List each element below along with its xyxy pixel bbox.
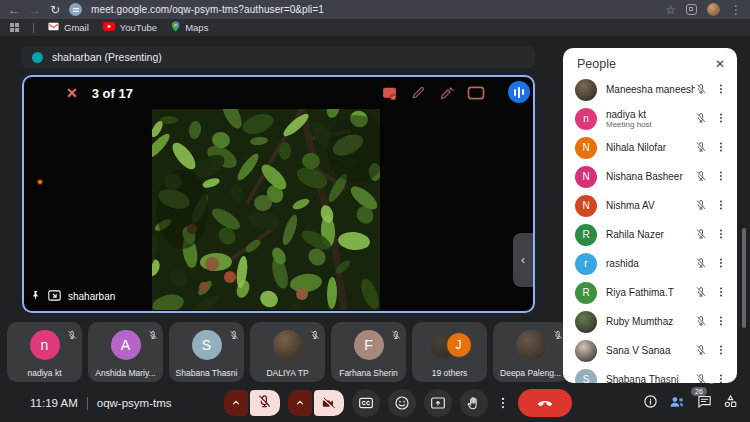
participant-tile[interactable]: nnadiya kt (7, 322, 82, 382)
participant-menu-icon[interactable] (715, 226, 727, 244)
participant-menu-icon[interactable] (715, 197, 727, 215)
raise-hand-button[interactable] (460, 389, 488, 417)
bookmark-youtube[interactable]: YouTube (103, 21, 157, 34)
captions-button[interactable] (352, 389, 380, 417)
participant-row[interactable]: Maneesha maneesha (563, 75, 737, 104)
site-info-icon[interactable] (69, 3, 82, 16)
participant-tile[interactable]: SShabana Thasni (169, 322, 244, 382)
laser-pointer-dot (38, 180, 42, 184)
participant-name: Ruby Mumthaz (606, 316, 695, 327)
participant-name: Nishana Basheer (606, 171, 695, 182)
participant-menu-icon[interactable] (715, 255, 727, 273)
participant-name: rashida (606, 258, 695, 269)
frame-icon[interactable] (467, 85, 485, 101)
participant-name: Deepa Paleng... (493, 368, 568, 378)
browser-profile-avatar[interactable] (707, 3, 720, 16)
presentation-controls: ✕ 3 of 17 (24, 77, 533, 109)
back-icon[interactable]: ← (8, 4, 20, 16)
avatar (273, 330, 303, 360)
forward-icon[interactable]: → (29, 4, 41, 16)
participant-tile[interactable]: DALIYA TP (250, 322, 325, 382)
more-options-button[interactable] (496, 396, 510, 410)
participant-list: Maneesha maneeshannadiya ktMeeting hostN… (563, 75, 737, 383)
camera-options-chevron[interactable] (288, 390, 312, 416)
mic-off-icon (695, 313, 707, 331)
presentation-stage[interactable]: ✕ 3 of 17 shaharban ‹ (22, 75, 535, 313)
participant-row[interactable]: NNishana Basheer (563, 162, 737, 191)
participant-row[interactable]: rrashida (563, 249, 737, 278)
presenting-label: shaharban (Presenting) (52, 51, 162, 63)
participant-row[interactable]: Ruby Mumthaz (563, 307, 737, 336)
avatar: S (192, 330, 222, 360)
close-people-panel-icon[interactable]: ✕ (715, 57, 725, 71)
divider (87, 397, 88, 410)
chevron-left-icon: ‹ (521, 253, 525, 267)
mic-off-button[interactable] (250, 390, 280, 416)
participant-tile[interactable]: Deepa Paleng... (493, 322, 568, 382)
clock-label: 11:19 AM (30, 397, 78, 409)
close-icon[interactable]: ✕ (66, 85, 78, 101)
chat-panel-icon[interactable] (697, 394, 712, 413)
participant-row[interactable]: NNihala Nilofar (563, 133, 737, 162)
participant-menu-icon[interactable] (715, 313, 727, 331)
apps-grid-icon[interactable] (10, 23, 19, 32)
maps-icon (171, 21, 180, 34)
mic-off-icon (695, 371, 707, 384)
participant-row[interactable]: RRahila Nazer (563, 220, 737, 249)
bookmarks-bar: GmailYouTubeMaps (0, 19, 750, 36)
participant-row[interactable]: RRiya Fathima.T (563, 278, 737, 307)
mic-off-icon (310, 326, 320, 344)
participant-tile[interactable]: J19 others (412, 322, 487, 382)
address-bar[interactable]: meet.google.com/oqw-psym-tms?authuser=0&… (91, 4, 324, 15)
people-panel: People ✕ Maneesha maneeshannadiya ktMeet… (563, 48, 737, 383)
bookmark-maps[interactable]: Maps (171, 21, 208, 34)
pen-icon[interactable] (410, 85, 426, 101)
laser-pointer-icon[interactable] (438, 85, 455, 102)
extensions-icon[interactable] (686, 4, 697, 15)
audio-playing-indicator (508, 81, 530, 103)
participant-menu-icon[interactable] (715, 168, 727, 186)
pin-icon[interactable] (30, 287, 41, 305)
people-panel-icon[interactable]: 26 (669, 394, 686, 413)
activities-icon[interactable] (723, 394, 738, 413)
participant-row[interactable]: NNishma AV (563, 191, 737, 220)
mic-off-icon (148, 326, 158, 344)
present-screen-button[interactable] (424, 389, 452, 417)
people-panel-title: People (577, 57, 616, 71)
participant-tile[interactable]: AAnshida Mariy... (88, 322, 163, 382)
youtube-icon (103, 22, 115, 33)
presenting-banner: shaharban (Presenting) (22, 46, 535, 68)
participant-menu-icon[interactable] (715, 342, 727, 360)
bookmark-gmail[interactable]: Gmail (48, 21, 89, 34)
camera-off-button[interactable] (314, 390, 344, 416)
mic-off-icon (695, 168, 707, 186)
meeting-details-icon[interactable] (643, 394, 658, 413)
mic-off-icon (695, 81, 707, 99)
mic-off-icon (553, 326, 563, 344)
participant-menu-icon[interactable] (715, 110, 727, 128)
participant-menu-icon[interactable] (715, 371, 727, 384)
slide-counter: 3 of 17 (92, 86, 133, 101)
reactions-button[interactable] (388, 389, 416, 417)
participant-menu-icon[interactable] (715, 284, 727, 302)
slide-panel-handle[interactable]: ‹ (513, 233, 533, 287)
participant-row[interactable]: nnadiya ktMeeting host (563, 104, 737, 133)
bookmark-star-icon[interactable]: ☆ (665, 4, 676, 16)
avatar: F (354, 330, 384, 360)
participant-tile[interactable]: FFarhana Sherin (331, 322, 406, 382)
presentation-photo (152, 109, 380, 310)
picture-in-picture-icon[interactable] (48, 287, 61, 305)
board-marker-icon[interactable] (381, 85, 398, 102)
participant-row[interactable]: Sana V Sanaa (563, 336, 737, 365)
participant-menu-icon[interactable] (715, 81, 727, 99)
participant-menu-icon[interactable] (715, 139, 727, 157)
avatar: r (575, 253, 597, 275)
mic-options-chevron[interactable] (224, 390, 248, 416)
people-panel-scrollbar[interactable] (742, 228, 746, 328)
participant-row[interactable]: SShabana Thasni (563, 365, 737, 383)
end-call-button[interactable] (518, 389, 572, 417)
participant-name: 19 others (412, 368, 487, 378)
reload-icon[interactable]: ↻ (50, 4, 60, 16)
browser-menu-icon[interactable]: ⋮ (730, 4, 742, 16)
google-meet-window: ← → ↻ meet.google.com/oqw-psym-tms?authu… (0, 0, 750, 422)
